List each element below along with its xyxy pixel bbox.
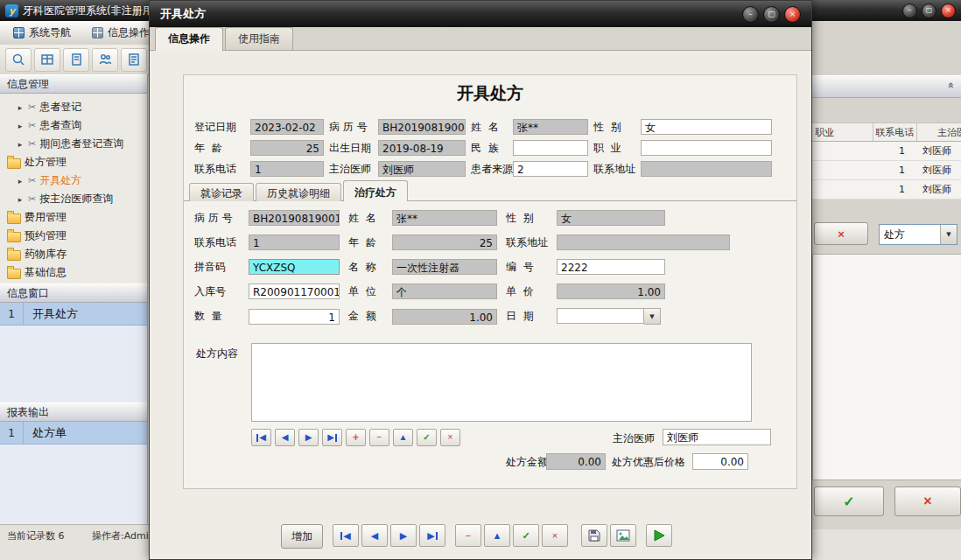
maximize-button[interactable]: ▢ <box>763 6 780 23</box>
field-label: 性 别 <box>506 211 548 226</box>
tab-treatment-prescription[interactable]: 治疗处方 <box>343 180 408 201</box>
category-select[interactable]: 处方 ▼ <box>879 224 957 245</box>
tree-item-patient-register[interactable]: ▸ ✂ 患者登记 <box>0 98 147 116</box>
date-field[interactable] <box>557 308 644 324</box>
field-label: 入库号 <box>194 284 240 299</box>
reg-date-field: 2023-02-02 <box>250 119 324 135</box>
cell-doctor: 刘医师 <box>917 161 961 179</box>
nav-post-button[interactable]: ✓ <box>513 524 539 547</box>
prescription-content-textarea[interactable] <box>251 343 752 422</box>
maximize-button[interactable]: ▢ <box>922 4 936 18</box>
column-header-occupation[interactable]: 职业 <box>812 123 873 141</box>
nav-cancel-button[interactable]: × <box>542 524 568 547</box>
section-header-info-management[interactable]: 信息管理 <box>0 74 147 94</box>
list-item[interactable]: 1 开具处方 <box>0 303 147 326</box>
section-header-report-output[interactable]: 报表输出 <box>0 402 147 422</box>
list-item[interactable]: 1 处方单 <box>0 422 147 444</box>
tab-history-details[interactable]: 历史就诊明细 <box>256 183 341 201</box>
field-label: 姓 名 <box>471 120 508 135</box>
tree-folder-prescription-management[interactable]: 处方管理 <box>0 153 147 172</box>
save-button[interactable] <box>581 524 607 547</box>
confirm-button[interactable]: ✓ <box>814 486 884 516</box>
search-button[interactable] <box>5 48 32 72</box>
nav-last-button[interactable]: ▶ <box>322 429 342 446</box>
attending-doctor-input[interactable]: 刘医师 <box>663 429 771 445</box>
tab-information-operation[interactable]: 信息操作 <box>84 23 158 43</box>
column-header-doctor[interactable]: 主治医 <box>917 123 961 141</box>
tree-folder-basic-info[interactable]: 基础信息 <box>0 263 147 282</box>
nav-post-button[interactable]: ✓ <box>417 429 437 446</box>
chevron-down-icon[interactable]: ▼ <box>940 225 957 244</box>
occupation-field[interactable] <box>641 140 772 156</box>
add-button[interactable]: 增加 <box>281 524 323 549</box>
tab-user-guide[interactable]: 使用指南 <box>225 27 293 50</box>
chevron-down-icon[interactable]: ▼ <box>644 308 661 325</box>
tree-item-patient-query[interactable]: ▸ ✂ 患者查询 <box>0 116 147 135</box>
table-row[interactable]: 1 刘医师 <box>812 180 961 200</box>
save-icon <box>587 528 601 542</box>
quantity-input[interactable]: 1 <box>249 309 340 325</box>
nav-next-button[interactable]: ▶ <box>298 429 319 446</box>
list-item-label: 处方单 <box>24 425 67 441</box>
gender-field[interactable]: 女 <box>641 119 772 135</box>
tree-item-period-patient-query[interactable]: ▸ ✂ 期间患者登记查询 <box>0 135 147 153</box>
table-row[interactable]: 1 刘医师 <box>812 142 961 161</box>
nav-first-button[interactable]: ◀ <box>251 429 271 446</box>
stock-no-field[interactable]: R200901170001 <box>249 284 340 299</box>
nav-edit-button[interactable]: ▲ <box>393 429 413 446</box>
tree-item-issue-prescription[interactable]: ▸ ✂ 开具处方 <box>0 172 147 190</box>
column-header-phone[interactable]: 联系电话 <box>873 123 917 141</box>
nav-delete-button[interactable]: − <box>455 524 481 547</box>
document-button[interactable] <box>63 48 89 72</box>
collapse-icon[interactable]: » <box>945 82 957 89</box>
date-select[interactable]: ▼ <box>557 308 665 325</box>
patient-info-form: 登记日期 2023-02-02 病 历 号 BH20190819001 姓 名 … <box>194 119 772 177</box>
item-no-field[interactable]: 2222 <box>557 259 665 275</box>
tab-information-operation[interactable]: 信息操作 <box>155 27 223 51</box>
nav-last-button[interactable]: ▶ <box>419 524 445 547</box>
nav-tree: ▸ ✂ 患者登记 ▸ ✂ 患者查询 ▸ ✂ 期间患者登记查询 处方管理 <box>0 94 147 284</box>
delete-record-button[interactable]: × <box>814 222 868 245</box>
tree-arrow-icon: ▸ <box>16 140 25 149</box>
prescription-dialog: 开具处方 – ▢ × 信息操作 使用指南 开具处方 登记日期 2023-02-0… <box>149 0 812 560</box>
tree-folder-fee-management[interactable]: 费用管理 <box>0 208 147 227</box>
nav-prior-button[interactable]: ◀ <box>361 524 388 547</box>
tree-item-query-by-doctor[interactable]: ▸ ✂ 按主治医师查询 <box>0 190 147 208</box>
nav-prior-button[interactable]: ◀ <box>275 429 295 446</box>
close-button[interactable]: × <box>784 6 801 23</box>
section-header-info-window[interactable]: 信息窗口 <box>0 284 147 303</box>
table-row[interactable]: 1 刘医师 <box>812 161 961 180</box>
ethnicity-field[interactable] <box>513 140 588 156</box>
run-button[interactable] <box>646 524 672 547</box>
image-button[interactable] <box>610 524 636 547</box>
nav-delete-button[interactable]: − <box>369 429 389 446</box>
field-label: 登记日期 <box>194 120 245 135</box>
pinyin-code-input[interactable]: YCXZSQ <box>249 259 340 275</box>
minimize-button[interactable]: – <box>902 4 917 18</box>
report-button[interactable] <box>121 48 147 72</box>
rx-name-field: 张** <box>392 210 497 226</box>
play-icon <box>652 528 666 542</box>
field-label: 民 族 <box>471 141 508 156</box>
search-icon <box>11 52 26 67</box>
nav-cancel-button[interactable]: × <box>440 429 460 446</box>
close-button[interactable]: × <box>941 4 956 18</box>
nav-next-button[interactable]: ▶ <box>390 524 417 547</box>
cell-occupation <box>812 142 873 160</box>
cancel-button[interactable]: × <box>894 486 961 516</box>
nav-first-button[interactable]: ◀ <box>333 524 359 547</box>
unit-field: 个 <box>392 284 497 299</box>
table-button[interactable] <box>34 48 60 72</box>
document-icon <box>68 52 84 67</box>
discounted-price-input[interactable]: 0.00 <box>692 453 748 470</box>
minimize-button[interactable]: – <box>742 6 759 23</box>
field-label: 性 别 <box>593 120 635 135</box>
patient-source-field[interactable]: 2 <box>513 161 588 177</box>
users-button[interactable] <box>92 48 118 72</box>
tree-folder-appointment-management[interactable]: 预约管理 <box>0 227 147 245</box>
nav-insert-button[interactable]: + <box>346 429 366 446</box>
tab-system-navigation[interactable]: 系统导航 <box>5 23 79 43</box>
tree-folder-drug-inventory[interactable]: 药物库存 <box>0 245 147 263</box>
tab-visit-records[interactable]: 就诊记录 <box>189 183 254 201</box>
nav-edit-button[interactable]: ▲ <box>484 524 510 547</box>
